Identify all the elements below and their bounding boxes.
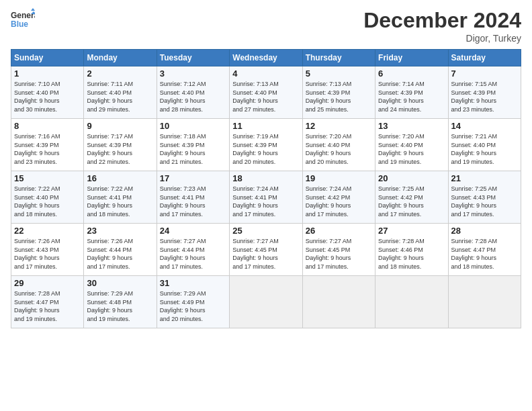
day-number: 10 — [160, 121, 226, 131]
day-info: Sunrise: 7:28 AM Sunset: 4:47 PM Dayligh… — [451, 237, 518, 271]
table-row: 23Sunrise: 7:26 AM Sunset: 4:44 PM Dayli… — [84, 224, 157, 276]
calendar-week-4: 22Sunrise: 7:26 AM Sunset: 4:43 PM Dayli… — [11, 224, 521, 276]
table-row: 28Sunrise: 7:28 AM Sunset: 4:47 PM Dayli… — [448, 224, 521, 276]
table-row: 7Sunrise: 7:15 AM Sunset: 4:39 PM Daylig… — [448, 66, 521, 119]
col-friday: Friday — [375, 50, 448, 66]
day-number: 21 — [451, 173, 518, 183]
day-number: 28 — [451, 226, 518, 236]
calendar-week-1: 1Sunrise: 7:10 AM Sunset: 4:40 PM Daylig… — [11, 66, 521, 119]
day-number: 4 — [232, 68, 299, 79]
day-info: Sunrise: 7:22 AM Sunset: 4:40 PM Dayligh… — [14, 185, 81, 218]
table-row: 11Sunrise: 7:19 AM Sunset: 4:39 PM Dayli… — [230, 119, 302, 171]
day-number: 12 — [306, 121, 372, 131]
col-wednesday: Wednesday — [230, 50, 302, 66]
day-number: 6 — [378, 68, 445, 79]
day-number: 30 — [87, 278, 153, 288]
table-row: 12Sunrise: 7:20 AM Sunset: 4:40 PM Dayli… — [302, 119, 375, 171]
col-tuesday: Tuesday — [157, 50, 229, 66]
day-info: Sunrise: 7:27 AM Sunset: 4:45 PM Dayligh… — [306, 237, 372, 271]
calendar-week-2: 8Sunrise: 7:16 AM Sunset: 4:39 PM Daylig… — [11, 119, 521, 171]
day-number: 7 — [451, 68, 518, 79]
calendar-table: Sunday Monday Tuesday Wednesday Thursday… — [11, 49, 521, 328]
day-number: 26 — [306, 226, 372, 236]
table-row: 5Sunrise: 7:13 AM Sunset: 4:39 PM Daylig… — [302, 66, 375, 119]
table-row: 24Sunrise: 7:27 AM Sunset: 4:44 PM Dayli… — [157, 224, 229, 276]
table-row: 26Sunrise: 7:27 AM Sunset: 4:45 PM Dayli… — [302, 224, 375, 276]
day-info: Sunrise: 7:12 AM Sunset: 4:40 PM Dayligh… — [160, 80, 226, 113]
day-info: Sunrise: 7:15 AM Sunset: 4:39 PM Dayligh… — [451, 80, 518, 113]
day-info: Sunrise: 7:13 AM Sunset: 4:40 PM Dayligh… — [232, 80, 299, 113]
day-info: Sunrise: 7:21 AM Sunset: 4:40 PM Dayligh… — [451, 132, 518, 166]
day-number: 17 — [160, 173, 226, 183]
table-row: 17Sunrise: 7:23 AM Sunset: 4:41 PM Dayli… — [157, 171, 229, 224]
day-number: 25 — [232, 226, 299, 236]
table-row — [302, 276, 375, 328]
day-info: Sunrise: 7:24 AM Sunset: 4:41 PM Dayligh… — [232, 185, 299, 218]
table-row — [230, 276, 302, 328]
header-row: Sunday Monday Tuesday Wednesday Thursday… — [11, 50, 521, 66]
table-row: 10Sunrise: 7:18 AM Sunset: 4:39 PM Dayli… — [157, 119, 229, 171]
table-row: 3Sunrise: 7:12 AM Sunset: 4:40 PM Daylig… — [157, 66, 229, 119]
logo: General Blue — [11, 8, 35, 32]
table-row: 20Sunrise: 7:25 AM Sunset: 4:42 PM Dayli… — [375, 171, 448, 224]
table-row: 2Sunrise: 7:11 AM Sunset: 4:40 PM Daylig… — [84, 66, 157, 119]
day-number: 29 — [14, 278, 81, 288]
day-number: 18 — [232, 173, 299, 183]
day-info: Sunrise: 7:22 AM Sunset: 4:41 PM Dayligh… — [87, 185, 153, 218]
table-row: 31Sunrise: 7:29 AM Sunset: 4:49 PM Dayli… — [157, 276, 229, 328]
table-row — [448, 276, 521, 328]
table-row: 9Sunrise: 7:17 AM Sunset: 4:39 PM Daylig… — [84, 119, 157, 171]
col-saturday: Saturday — [448, 50, 521, 66]
day-info: Sunrise: 7:16 AM Sunset: 4:39 PM Dayligh… — [14, 132, 81, 166]
table-row: 4Sunrise: 7:13 AM Sunset: 4:40 PM Daylig… — [230, 66, 302, 119]
day-number: 27 — [378, 226, 445, 236]
table-row: 25Sunrise: 7:27 AM Sunset: 4:45 PM Dayli… — [230, 224, 302, 276]
day-number: 5 — [306, 68, 372, 79]
table-row: 21Sunrise: 7:25 AM Sunset: 4:43 PM Dayli… — [448, 171, 521, 224]
day-info: Sunrise: 7:27 AM Sunset: 4:44 PM Dayligh… — [160, 237, 226, 271]
calendar-week-3: 15Sunrise: 7:22 AM Sunset: 4:40 PM Dayli… — [11, 171, 521, 224]
day-info: Sunrise: 7:17 AM Sunset: 4:39 PM Dayligh… — [87, 132, 153, 166]
page-container: General Blue December 2024 Digor, Turkey… — [0, 0, 532, 334]
day-number: 1 — [14, 68, 81, 79]
day-info: Sunrise: 7:29 AM Sunset: 4:49 PM Dayligh… — [160, 289, 226, 323]
day-number: 20 — [378, 173, 445, 183]
location: Digor, Turkey — [363, 33, 521, 44]
day-info: Sunrise: 7:18 AM Sunset: 4:39 PM Dayligh… — [160, 132, 226, 166]
table-row: 29Sunrise: 7:28 AM Sunset: 4:47 PM Dayli… — [11, 276, 84, 328]
month-title: December 2024 — [363, 8, 521, 33]
day-info: Sunrise: 7:28 AM Sunset: 4:46 PM Dayligh… — [378, 237, 445, 271]
day-number: 23 — [87, 226, 153, 236]
day-number: 3 — [160, 68, 226, 79]
day-number: 13 — [378, 121, 445, 131]
svg-text:General: General — [11, 11, 35, 20]
day-number: 11 — [232, 121, 299, 131]
day-info: Sunrise: 7:23 AM Sunset: 4:41 PM Dayligh… — [160, 185, 226, 218]
title-block: December 2024 Digor, Turkey — [363, 8, 521, 44]
day-info: Sunrise: 7:27 AM Sunset: 4:45 PM Dayligh… — [232, 237, 299, 271]
day-info: Sunrise: 7:24 AM Sunset: 4:42 PM Dayligh… — [306, 185, 372, 218]
day-info: Sunrise: 7:10 AM Sunset: 4:40 PM Dayligh… — [14, 80, 81, 113]
day-info: Sunrise: 7:29 AM Sunset: 4:48 PM Dayligh… — [87, 289, 153, 323]
day-number: 8 — [14, 121, 81, 131]
col-sunday: Sunday — [11, 50, 84, 66]
day-info: Sunrise: 7:20 AM Sunset: 4:40 PM Dayligh… — [306, 132, 372, 166]
table-row: 8Sunrise: 7:16 AM Sunset: 4:39 PM Daylig… — [11, 119, 84, 171]
table-row: 18Sunrise: 7:24 AM Sunset: 4:41 PM Dayli… — [230, 171, 302, 224]
day-info: Sunrise: 7:13 AM Sunset: 4:39 PM Dayligh… — [306, 80, 372, 113]
svg-marker-3 — [31, 8, 35, 11]
day-info: Sunrise: 7:26 AM Sunset: 4:43 PM Dayligh… — [14, 237, 81, 271]
col-monday: Monday — [84, 50, 157, 66]
day-number: 16 — [87, 173, 153, 183]
svg-text:Blue: Blue — [11, 19, 28, 29]
day-info: Sunrise: 7:26 AM Sunset: 4:44 PM Dayligh… — [87, 237, 153, 271]
day-number: 22 — [14, 226, 81, 236]
day-info: Sunrise: 7:14 AM Sunset: 4:39 PM Dayligh… — [378, 80, 445, 113]
table-row: 16Sunrise: 7:22 AM Sunset: 4:41 PM Dayli… — [84, 171, 157, 224]
day-number: 24 — [160, 226, 226, 236]
day-info: Sunrise: 7:19 AM Sunset: 4:39 PM Dayligh… — [232, 132, 299, 166]
day-info: Sunrise: 7:11 AM Sunset: 4:40 PM Dayligh… — [87, 80, 153, 113]
table-row: 14Sunrise: 7:21 AM Sunset: 4:40 PM Dayli… — [448, 119, 521, 171]
table-row: 6Sunrise: 7:14 AM Sunset: 4:39 PM Daylig… — [375, 66, 448, 119]
day-info: Sunrise: 7:25 AM Sunset: 4:43 PM Dayligh… — [451, 185, 518, 218]
